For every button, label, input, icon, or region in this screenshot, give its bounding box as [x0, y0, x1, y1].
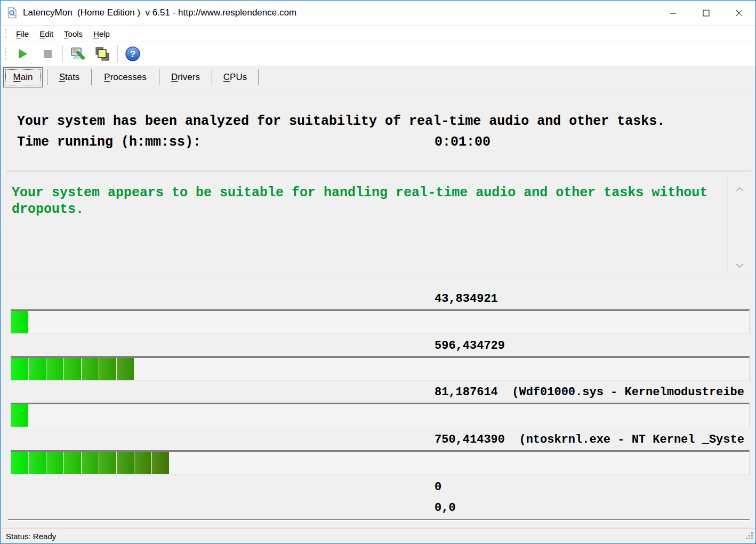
analyze-button[interactable] [66, 43, 90, 65]
measurement-label: Highest reported ISR routine execution t… [59, 399, 404, 399]
measurement-label: Highest measured interrupt to process la… [59, 353, 418, 353]
measurement-label: Highest reported hard pagefault resoluti… [59, 515, 432, 515]
play-icon [18, 49, 28, 59]
measurement-row: Highest reported DPC routine execution t… [17, 433, 749, 447]
app-icon [7, 7, 17, 19]
close-icon [736, 10, 743, 17]
scrollbar-track [727, 177, 728, 270]
close-button[interactable] [722, 1, 755, 25]
svg-text:?: ? [130, 49, 135, 59]
scroll-down-button[interactable] [735, 263, 744, 268]
progress-segment [117, 452, 134, 474]
measurement-label: Current measured interrupt to process la… [59, 306, 418, 306]
measurement-row: Reported total hard pagefault count: 0 [17, 481, 749, 494]
latencymon-window: LatencyMon (Home Edition ) v 6.51 - http… [0, 0, 756, 544]
toolbar-separator [117, 45, 118, 62]
measurement-value: 750,414390 [435, 433, 505, 446]
stop-icon [43, 50, 52, 59]
maximize-button[interactable] [689, 1, 722, 25]
analysis-panel: Your system has been analyzed for suitab… [6, 94, 751, 171]
progress-segment [152, 452, 169, 474]
measurement-value: 43,834921 [435, 292, 498, 306]
tab-main[interactable]: Main [3, 67, 43, 87]
progress-segment [99, 358, 116, 380]
progress-segment [46, 358, 63, 380]
report-button[interactable] [90, 43, 115, 65]
tab-stats[interactable]: Stats [47, 67, 91, 87]
report-icon [95, 46, 110, 61]
analysis-headline: Your system has been analyzed for suitab… [17, 114, 665, 129]
status-text: Status: Ready [6, 532, 56, 541]
measurement-label: Highest reported DPC routine execution t… [59, 446, 404, 447]
progress-segment [11, 452, 28, 474]
progress-bar [11, 450, 750, 475]
time-running-label: Time running (h:mm:ss): [17, 134, 201, 150]
status-bar: Status: Ready [1, 528, 755, 543]
measurement-info [505, 339, 519, 353]
help-icon: ? [125, 46, 141, 62]
progress-segment [11, 358, 28, 380]
window-title: LatencyMon (Home Edition ) v 6.51 - http… [23, 7, 656, 18]
resize-grip-icon [746, 532, 753, 540]
bottom-separator-groove [8, 519, 750, 521]
progress-segment [99, 452, 116, 474]
measurement-label: Reported total hard pagefault count: [59, 494, 312, 494]
progress-segment [64, 358, 81, 380]
menu-edit[interactable]: Edit [34, 28, 59, 40]
time-running-row: Time running (h:mm:ss):0:01:00 [17, 134, 201, 150]
progress-segment [29, 358, 46, 380]
progress-segment [11, 311, 28, 333]
toolbar-gripper[interactable] [5, 47, 6, 60]
suitability-message: Your system appears to be suitable for h… [12, 185, 721, 218]
tab-cpus[interactable]: CPUs [212, 67, 258, 87]
tab-bar: Main Stats Processes Drivers CPUs [1, 66, 259, 89]
chevron-down-icon [735, 263, 744, 268]
progress-bar [11, 356, 750, 381]
scroll-up-button[interactable] [735, 187, 744, 192]
progress-segment [117, 358, 134, 380]
tab-separator [258, 69, 259, 85]
toolbar: ? [1, 42, 755, 66]
progress-segment [29, 452, 46, 474]
progress-segment [46, 452, 63, 474]
minimize-icon [670, 10, 677, 17]
toolbar-separator [62, 45, 63, 62]
stop-button[interactable] [35, 43, 60, 65]
measurement-row: Highest reported ISR routine execution t… [17, 386, 749, 399]
progress-segment [82, 452, 99, 474]
progress-segment [64, 452, 81, 474]
tab-drivers[interactable]: Drivers [159, 67, 212, 87]
progress-segment [82, 358, 99, 380]
measurements-panel: Current measured interrupt to process la… [6, 278, 751, 527]
measurement-value: 81,187614 [435, 386, 498, 399]
title-bar: LatencyMon (Home Edition ) v 6.51 - http… [1, 1, 755, 26]
progress-bar [11, 403, 750, 427]
progress-bar [11, 309, 750, 334]
suitability-panel: Your system appears to be suitable for h… [6, 171, 751, 276]
resize-grip[interactable] [746, 532, 753, 541]
measurement-value: 0,0 [435, 501, 456, 515]
tab-processes[interactable]: Processes [92, 67, 159, 87]
measurement-row: Highest measured interrupt to process la… [17, 339, 749, 353]
help-button[interactable]: ? [120, 43, 145, 65]
measurement-value: 596,434729 [435, 339, 505, 353]
measurement-info: (ntoskrnl.exe - NT Kernel _Syste [505, 433, 744, 446]
measurement-row: Highest reported hard pagefault resoluti… [17, 501, 749, 515]
maximize-icon [703, 10, 710, 17]
menu-help[interactable]: Help [88, 28, 115, 40]
analyze-system-icon [70, 46, 86, 61]
measurement-value: 0 [435, 481, 441, 494]
progress-segment [134, 452, 151, 474]
start-button[interactable] [11, 43, 35, 65]
minimize-button[interactable] [656, 1, 689, 25]
time-running-value: 0:01:00 [435, 134, 490, 150]
menu-gripper[interactable] [5, 29, 6, 38]
menu-tools[interactable]: Tools [59, 28, 88, 40]
measurement-info [498, 292, 512, 306]
measurement-info: (Wdf01000.sys - Kernelmodustreibe [498, 386, 744, 399]
menu-bar: File Edit Tools Help [1, 26, 755, 42]
progress-segment [11, 404, 28, 427]
measurement-row: Current measured interrupt to process la… [17, 292, 749, 306]
chevron-up-icon [735, 187, 744, 192]
menu-file[interactable]: File [11, 28, 34, 40]
